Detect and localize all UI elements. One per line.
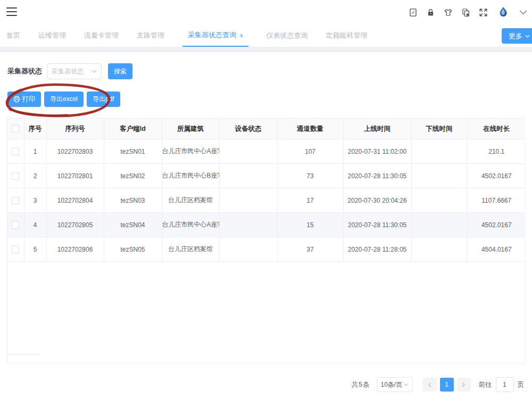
brand-flame-logo[interactable]: [496, 5, 510, 20]
col-client-id: 客户端Id: [104, 119, 162, 139]
search-button[interactable]: 搜索: [108, 63, 132, 79]
row-checkbox[interactable]: [12, 221, 19, 229]
col-serial: 序列号: [46, 119, 104, 139]
table-row[interactable]: 1 1022702803 tezSN01 台儿庄市民中心A座写字楼 107 20…: [7, 139, 526, 164]
table-header-row: 序号 序列号 客户端Id 所属建筑 设备状态 通道数量 上线时间 下线时间 在线…: [7, 119, 526, 139]
select-placeholder: 采集器状态: [52, 67, 84, 76]
table-row[interactable]: 4 1022702805 tezSN04 台儿庄市民中心A座写字楼 15 202…: [7, 213, 526, 237]
table-row[interactable]: 5 1022702806 tezSN05 台儿庄区档案馆 37 2020-07-…: [7, 237, 526, 262]
col-building: 所属建筑: [162, 119, 219, 139]
fixed-column-bottom-border: [7, 354, 40, 355]
more-tabs-button[interactable]: 更多: [502, 28, 532, 44]
table-row[interactable]: 2 1022702801 tezSN02 台儿庄市民中心B座写字楼 73 202…: [7, 164, 526, 188]
page-size-select[interactable]: 10条/页: [377, 377, 413, 392]
col-offline-time: 下线时间: [411, 119, 467, 139]
topbar: [0, 0, 532, 24]
fullscreen-icon[interactable]: [478, 7, 488, 17]
col-device-status: 设备状态: [219, 119, 277, 139]
col-seq: 序号: [24, 119, 46, 139]
lock-icon[interactable]: [426, 7, 435, 17]
topbar-actions: [408, 0, 528, 24]
user-menu-chevron-down-icon[interactable]: [518, 7, 528, 17]
col-online-time: 上线时间: [343, 119, 411, 139]
collector-status-select[interactable]: 采集器状态: [47, 63, 102, 79]
actions-row: 打印 导出excel 导出pdf: [7, 92, 120, 107]
export-excel-button[interactable]: 导出excel: [44, 92, 84, 107]
chevron-down-icon: [92, 70, 97, 73]
collector-table: 序号 序列号 客户端Id 所属建筑 设备状态 通道数量 上线时间 下线时间 在线…: [7, 118, 525, 363]
filter-row: 采集器状态 采集器状态 搜索: [7, 63, 132, 79]
row-checkbox[interactable]: [12, 197, 19, 204]
col-online-duration: 在线时长: [467, 119, 526, 139]
page-unit-label: 页: [518, 380, 525, 389]
edit-note-icon[interactable]: [408, 7, 418, 17]
close-tab-icon[interactable]: x: [240, 32, 243, 38]
pagination: 共5条 10条/页 1 前往 页: [352, 377, 524, 392]
export-pdf-button[interactable]: 导出pdf: [87, 92, 120, 107]
printer-icon: [13, 96, 20, 103]
tab-meter-status-query[interactable]: 仪表状态查询: [267, 24, 308, 47]
page-number-1[interactable]: 1: [440, 378, 454, 392]
prev-page-button[interactable]: [423, 378, 437, 392]
tab-ops-management[interactable]: 运维管理: [38, 24, 66, 47]
tab-quota-energy-management[interactable]: 定额能耗管理: [326, 24, 368, 47]
select-all-cell: [7, 119, 24, 139]
goto-page-input[interactable]: [496, 377, 514, 392]
row-checkbox[interactable]: [12, 172, 19, 180]
row-checkbox[interactable]: [12, 246, 19, 253]
tab-bar: 首页 运维管理 流量卡管理 支路管理 采集器状态查询 x 仪表状态查询 定额能耗…: [0, 24, 532, 47]
tab-branch-management[interactable]: 支路管理: [137, 24, 164, 47]
chevron-down-icon: [525, 35, 530, 38]
total-count-label: 共5条: [352, 380, 370, 389]
row-checkbox[interactable]: [12, 148, 19, 155]
col-channel-count: 通道数量: [277, 119, 343, 139]
tab-home[interactable]: 首页: [6, 24, 20, 47]
print-button[interactable]: 打印: [7, 92, 41, 107]
chevron-left-icon: [427, 383, 432, 387]
table-row[interactable]: 3 1022702804 tezSN03 台儿庄区档案馆 17 2020-07-…: [7, 188, 526, 213]
theme-tshirt-icon[interactable]: [443, 7, 453, 17]
chevron-right-icon: [461, 383, 466, 387]
tab-sim-card-management[interactable]: 流量卡管理: [84, 24, 119, 47]
next-page-button[interactable]: [457, 378, 471, 392]
copy-docs-icon[interactable]: [461, 7, 470, 17]
collector-status-label: 采集器状态: [7, 66, 42, 76]
tab-collector-status-query[interactable]: 采集器状态查询 x: [182, 24, 248, 47]
hamburger-menu-icon[interactable]: [6, 7, 17, 16]
tabbar-divider-band: [0, 47, 532, 52]
chevron-down-icon: [404, 383, 409, 386]
goto-page-group: 前往 页: [479, 377, 525, 392]
goto-label: 前往: [479, 380, 492, 389]
select-all-checkbox[interactable]: [12, 125, 19, 132]
